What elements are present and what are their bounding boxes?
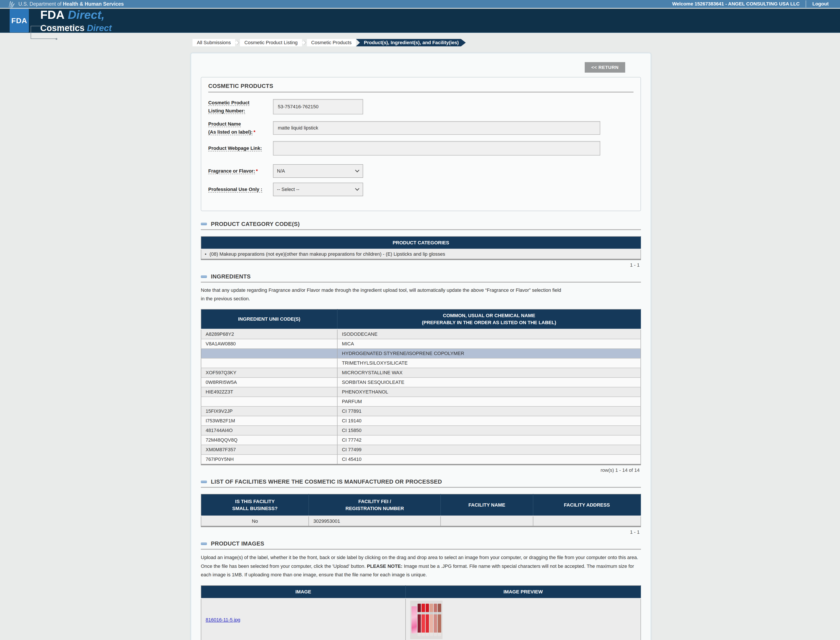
- facilities-section: LIST OF FACILITIES WHERE THE COSMETIC IS…: [201, 478, 641, 535]
- ingredient-row[interactable]: 0W8RRI5W5ASORBITAN SESQUIOLEATE: [201, 378, 641, 387]
- ingredients-table: INGREDIENT UNII CODE(S) COMMON, USUAL OR…: [201, 309, 641, 465]
- ingredient-unii-cell: 767IP0Y5NH: [201, 454, 337, 465]
- product-images-description: Upload an image(s) of the label, whether…: [201, 553, 641, 579]
- small-business-column-header: IS THIS FACILITYSMALL BUSINESS?: [201, 494, 309, 516]
- fda-logo-text: FDA: [11, 16, 27, 25]
- ingredient-row[interactable]: XM0M87F357CI 77499: [201, 445, 641, 454]
- ingredient-unii-cell: HIE492ZZ3T: [201, 387, 337, 397]
- facility-row[interactable]: No 3029953001: [201, 516, 641, 526]
- product-images-table: IMAGE IMAGE PREVIEW 816016-11-5.jpg: [201, 585, 641, 640]
- categories-pagination: 1 - 1: [201, 262, 640, 268]
- ingredient-row[interactable]: HIE492ZZ3TPHENOXYETHANOL: [201, 387, 641, 397]
- hhs-dept-text: U.S. Department of Health & Human Servic…: [18, 1, 124, 7]
- divider: [201, 282, 641, 283]
- ingredient-row[interactable]: 15FIX9V2JPCI 77891: [201, 406, 641, 416]
- ingredient-row[interactable]: A8289P68Y2ISODODECANE: [201, 329, 641, 339]
- breadcrumb-cosmetic-products[interactable]: Cosmetic Products: [307, 39, 356, 46]
- ingredient-row[interactable]: HYDROGENATED STYRENE/ISOPRENE COPOLYMER: [201, 349, 641, 358]
- ingredient-unii-cell: [201, 397, 337, 406]
- ingredient-row[interactable]: PARFUM: [201, 397, 641, 406]
- welcome-text: Welcome 15267383641 - ANGEL CONSULTING U…: [672, 1, 800, 7]
- collapse-icon[interactable]: [201, 222, 207, 225]
- breadcrumb-cosmetic-product-listing[interactable]: Cosmetic Product Listing: [240, 39, 302, 46]
- ingredients-pagination: row(s) 1 - 14 of 14: [201, 467, 640, 473]
- image-row: 816016-11-5.jpg: [201, 598, 641, 640]
- breadcrumb-all-submissions[interactable]: All Submissions: [192, 39, 235, 46]
- ingredient-unii-cell: I753WB2F1M: [201, 416, 337, 426]
- ingredients-title: INGREDIENTS: [211, 273, 251, 280]
- ingredients-section: INGREDIENTS Note that any update regardi…: [201, 273, 641, 473]
- hhs-topbar: U.S. Department of Health & Human Servic…: [0, 0, 840, 9]
- fda-logo: FDA: [10, 9, 29, 32]
- lipstick-carton: [411, 606, 417, 634]
- required-asterisk: *: [256, 168, 258, 174]
- lipstick-tube: [426, 604, 429, 636]
- required-asterisk: *: [254, 129, 256, 135]
- unii-column-header: INGREDIENT UNII CODE(S): [201, 309, 337, 329]
- ingredients-note: Note that any update regarding Fragrance…: [201, 286, 641, 303]
- lipstick-tube: [418, 604, 421, 636]
- brand-bracket-decoration: [30, 26, 56, 39]
- chevron-right-icon: [235, 40, 239, 45]
- fragrance-select[interactable]: N/A: [273, 164, 363, 178]
- ingredient-name-cell: TRIMETHYLSILOXYSILICATE: [337, 358, 641, 368]
- lipstick-tube: [434, 604, 437, 636]
- ingredients-tbody: A8289P68Y2ISODODECANEV8A1AW0880MICAHYDRO…: [201, 329, 641, 465]
- product-name-field[interactable]: matte liquid lipstick: [273, 121, 600, 135]
- professional-use-select[interactable]: -- Select --: [273, 182, 363, 196]
- ingredient-row[interactable]: 72M48QQV8QCI 77742: [201, 435, 641, 445]
- ingredient-row[interactable]: I753WB2F1MCI 19140: [201, 416, 641, 426]
- fei-column-header: FACILITY FEI /REGISTRATION NUMBER: [309, 494, 440, 516]
- professional-use-row: Professional Use Only : -- Select --: [208, 182, 634, 196]
- ingredient-unii-cell: 0W8RRI5W5A: [201, 378, 337, 387]
- category-row[interactable]: •(08) Makeup preparations (not eye)(othe…: [201, 249, 641, 259]
- divider: [201, 229, 641, 230]
- ingredient-row[interactable]: TRIMETHYLSILOXYSILICATE: [201, 358, 641, 368]
- return-button[interactable]: << RETURN: [585, 62, 625, 73]
- collapse-icon[interactable]: [201, 275, 207, 278]
- ingredient-name-cell: SORBITAN SESQUIOLEATE: [337, 378, 641, 387]
- content-panel: << RETURN COSMETIC PRODUCTS Cosmetic Pro…: [191, 53, 651, 640]
- logout-link[interactable]: Logout: [812, 1, 829, 7]
- ingredient-unii-cell: XOF597Q3KY: [201, 368, 337, 378]
- ingredient-name-cell: CI 77742: [337, 435, 641, 445]
- listing-number-label: Cosmetic Product Listing Number:: [208, 99, 273, 115]
- collapse-icon[interactable]: [201, 542, 207, 545]
- breadcrumb: All Submissions Cosmetic Product Listing…: [192, 39, 840, 46]
- image-column-header: IMAGE: [201, 586, 406, 598]
- ingredient-unii-cell: A8289P68Y2: [201, 329, 337, 339]
- webpage-link-field[interactable]: [273, 141, 600, 155]
- lipstick-tube: [438, 604, 441, 636]
- app-header: FDA FDA Direct, Cosmetics Direct: [0, 9, 840, 33]
- image-preview-column-header: IMAGE PREVIEW: [406, 586, 641, 598]
- ingredient-row[interactable]: 767IP0Y5NHCI 45410: [201, 454, 641, 465]
- ingredient-unii-cell: V8A1AW0880: [201, 339, 337, 349]
- ingredient-name-cell: CI 15850: [337, 426, 641, 435]
- image-file-link[interactable]: 816016-11-5.jpg: [206, 617, 240, 622]
- facility-address-cell: [533, 516, 641, 526]
- ingredient-unii-cell: 72M48QQV8Q: [201, 435, 337, 445]
- product-category-section: PRODUCT CATEGORY CODE(S) PRODUCT CATEGOR…: [201, 221, 641, 268]
- lipstick-tube: [422, 604, 425, 636]
- collapse-icon[interactable]: [201, 480, 207, 483]
- hhs-dept: U.S. Department of Health & Human Servic…: [8, 0, 124, 8]
- ingredient-name-cell: ISODODECANE: [337, 329, 641, 339]
- product-categories-header: PRODUCT CATEGORIES: [201, 237, 641, 250]
- ingredient-row[interactable]: 481744AI4OCI 15850: [201, 426, 641, 435]
- ingredient-name-cell: CI 45410: [337, 454, 641, 465]
- product-name-label: Product Name (As listed on label):*: [208, 120, 273, 136]
- webpage-link-row: Product Webpage Link:: [208, 141, 634, 155]
- ingredient-row[interactable]: V8A1AW0880MICA: [201, 339, 641, 349]
- ingredient-row[interactable]: XOF597Q3KYMICROCRYSTALLINE WAX: [201, 368, 641, 378]
- bullet-icon: •: [205, 251, 206, 257]
- product-categories-table: PRODUCT CATEGORIES •(08) Makeup preparat…: [201, 236, 641, 260]
- listing-number-field[interactable]: 53-757416-762150: [273, 99, 363, 114]
- image-preview-thumbnail[interactable]: [410, 601, 443, 639]
- ingredient-name-cell: CI 19140: [337, 416, 641, 426]
- listing-number-row: Cosmetic Product Listing Number: 53-7574…: [208, 99, 634, 115]
- ingredient-unii-cell: XM0M87F357: [201, 445, 337, 454]
- chevron-right-icon: [302, 40, 306, 45]
- ingredient-unii-cell: [201, 349, 337, 358]
- cosmetic-products-box: COSMETIC PRODUCTS Cosmetic Product Listi…: [201, 77, 641, 211]
- lipstick-tube: [430, 604, 433, 636]
